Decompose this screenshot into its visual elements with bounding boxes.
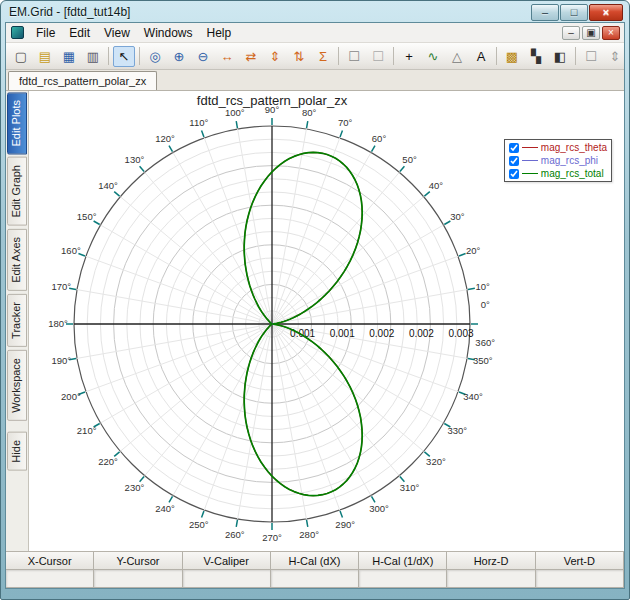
radial-tick-label: 0.001	[290, 328, 315, 339]
mdi-close-button[interactable]: ×	[602, 26, 620, 40]
angle-tick	[307, 121, 308, 128]
angle-tick	[140, 166, 144, 171]
legend-line-sample	[522, 173, 538, 174]
app-window: EM.Grid - [fdtd_tut14b] – □ × FileEditVi…	[0, 0, 630, 600]
checkbox-tool-icon[interactable]: ☐	[580, 46, 602, 67]
legend-row-mag_rcs_total: mag_rcs_total	[507, 167, 609, 180]
new-file-icon[interactable]: ▢	[10, 46, 32, 67]
pointer-tool-icon[interactable]: ↖	[113, 46, 135, 67]
pan-horizontal-icon[interactable]: ⇄	[240, 46, 262, 67]
angle-label: 60°	[372, 133, 387, 144]
menu-edit[interactable]: Edit	[62, 24, 97, 42]
radial-tick-label: 0.003	[448, 328, 473, 339]
cursor-table-header: V-Caliper	[183, 552, 271, 570]
radial-tick-label: 0.002	[409, 328, 434, 339]
angle-label: 150°	[77, 211, 97, 222]
angle-label: 100°	[225, 107, 245, 118]
triangle-tool-icon[interactable]: △	[446, 46, 468, 67]
menu-bar: FileEditViewWindowsHelp – ▣ ×	[6, 23, 624, 43]
angle-label: 80°	[302, 107, 317, 118]
plot-area: fdtd_rcs_pattern_polar_zx0°10°20°30°40°5…	[28, 91, 624, 551]
cursor-table-value	[94, 570, 182, 588]
fit-height-icon[interactable]: ⇕	[264, 46, 286, 67]
toolbar: ▢▤▦▥↖◎⊕⊖↔⇄⇕⇅Σ☐☐+∿△A▩▚◧☐⇕⟷ ≣ Layou	[6, 43, 624, 70]
toolbar-separator	[139, 47, 140, 65]
palette-icon[interactable]: ▩	[501, 46, 523, 67]
angle-label: 140°	[98, 180, 118, 191]
legend-label: mag_rcs_phi	[541, 155, 598, 166]
legend-checkbox-mag_rcs_theta[interactable]	[509, 143, 519, 153]
text-tool-icon[interactable]: A	[470, 46, 492, 67]
cursor-table-header: X-Cursor	[6, 552, 94, 570]
cursor-table-header: Y-Cursor	[94, 552, 182, 570]
sidebar-tab-edit-plots[interactable]: Edit Plots	[7, 92, 27, 154]
document-tab-strip: fdtd_rcs_pattern_polar_zx	[6, 70, 624, 91]
gradient-icon[interactable]: ◧	[549, 46, 571, 67]
angle-tick	[459, 254, 466, 256]
minimize-button[interactable]: –	[531, 4, 559, 21]
frame-box-icon[interactable]: ☐	[367, 46, 389, 67]
angle-label: 320°	[426, 456, 446, 467]
menu-file[interactable]: File	[29, 24, 62, 42]
angle-label: 330°	[448, 425, 468, 436]
angle-label: 310°	[400, 482, 420, 493]
menu-help[interactable]: Help	[200, 24, 239, 42]
angle-label: 10°	[476, 281, 491, 292]
angle-label: 30°	[450, 211, 465, 222]
open-file-icon[interactable]: ▤	[34, 46, 56, 67]
window-title: EM.Grid - [fdtd_tut14b]	[9, 5, 130, 19]
angle-label: 120°	[155, 133, 175, 144]
angle-tick	[400, 166, 404, 171]
cursor-table-header: Vert-D	[536, 552, 624, 570]
zoom-out-icon[interactable]: ⊖	[192, 46, 214, 67]
sidebar-tab-hide[interactable]: Hide	[7, 432, 27, 471]
stepper-tool-icon[interactable]: ⇕	[604, 46, 626, 67]
sidebar-tab-edit-axes[interactable]: Edit Axes	[7, 229, 27, 291]
angle-tick	[424, 192, 429, 196]
angle-label: 170°	[51, 281, 71, 292]
angle-tick	[340, 130, 342, 137]
window-controls: – □ ×	[531, 4, 623, 21]
angle-label: 160°	[61, 245, 81, 256]
toolbar-separator	[393, 47, 394, 65]
legend-line-sample	[522, 147, 538, 148]
angle-tick	[372, 496, 376, 502]
pan-vertical-icon[interactable]: ⇅	[288, 46, 310, 67]
angle-tick	[202, 130, 204, 137]
close-button[interactable]: ×	[589, 4, 623, 21]
toolbar-items: ▢▤▦▥↖◎⊕⊖↔⇄⇕⇅Σ☐☐+∿△A▩▚◧☐⇕⟷	[9, 46, 630, 67]
add-marker-icon[interactable]: +	[398, 46, 420, 67]
tab-fdtd-rcs-pattern-polar-zx[interactable]: fdtd_rcs_pattern_polar_zx	[8, 71, 157, 90]
sidebar-tab-workspace[interactable]: Workspace	[7, 350, 27, 421]
angle-label: 190°	[51, 355, 71, 366]
mdi-minimize-button[interactable]: –	[562, 26, 580, 40]
print-icon[interactable]: ▥	[82, 46, 104, 67]
menu-view[interactable]: View	[97, 24, 137, 42]
toolbar-separator	[575, 47, 576, 65]
legend-label: mag_rcs_total	[541, 168, 604, 179]
fit-width-icon[interactable]: ↔	[216, 46, 238, 67]
save-icon[interactable]: ▦	[58, 46, 80, 67]
angle-label: 350°	[473, 355, 493, 366]
mdi-restore-button[interactable]: ▣	[582, 26, 600, 40]
legend-checkbox-mag_rcs_phi[interactable]	[509, 156, 519, 166]
zoom-in-icon[interactable]: ⊕	[168, 46, 190, 67]
legend-checkbox-mag_rcs_total[interactable]	[509, 169, 519, 179]
cursor-table-value	[447, 570, 535, 588]
angle-label: 180°	[48, 318, 68, 329]
angle-label: 260°	[225, 529, 245, 540]
content-area: Edit PlotsEdit GraphEdit AxesTrackerWork…	[6, 91, 624, 551]
autoscale-icon[interactable]: Σ	[312, 46, 334, 67]
legend-line-sample	[522, 160, 538, 161]
contour-icon[interactable]: ▚	[525, 46, 547, 67]
sidebar-tab-tracker[interactable]: Tracker	[7, 294, 27, 347]
curve-tool-icon[interactable]: ∿	[422, 46, 444, 67]
grid-box-icon[interactable]: ☐	[343, 46, 365, 67]
menu-windows[interactable]: Windows	[137, 24, 200, 42]
maximize-button[interactable]: □	[560, 4, 588, 21]
document-system-icon[interactable]	[11, 26, 24, 39]
legend-row-mag_rcs_theta: mag_rcs_theta	[507, 141, 609, 154]
sidebar-tab-edit-graph[interactable]: Edit Graph	[7, 157, 27, 226]
zoom-icon[interactable]: ◎	[144, 46, 166, 67]
cursor-table-value	[271, 570, 359, 588]
